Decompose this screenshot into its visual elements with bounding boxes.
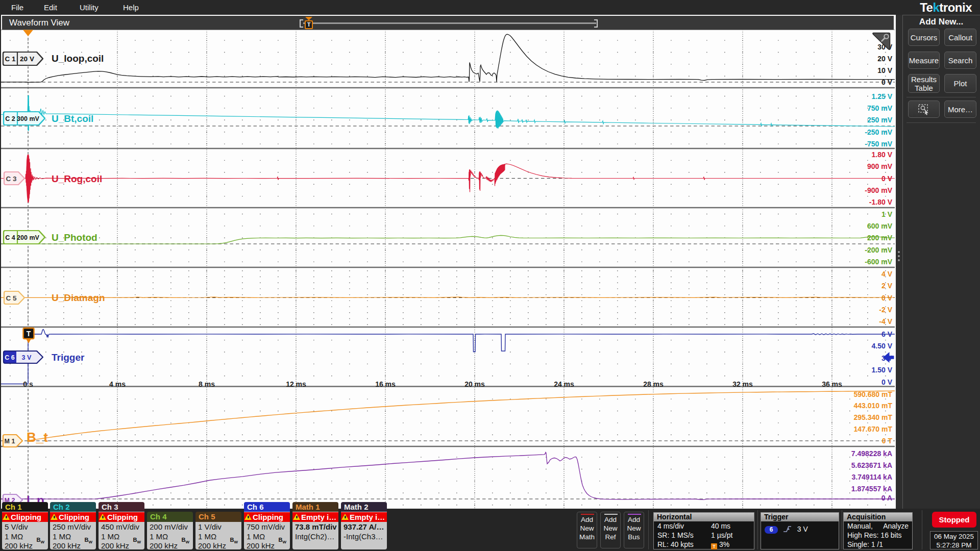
svg-text:200 mV: 200 mV [17, 234, 39, 241]
svg-text:C 5: C 5 [6, 294, 17, 302]
svg-text:C 4: C 4 [5, 234, 15, 241]
svg-text:M 1: M 1 [5, 438, 15, 445]
svg-text:-900 mV: -900 mV [865, 186, 892, 194]
svg-text:1.25 V: 1.25 V [872, 92, 893, 101]
svg-text:-1.80 V: -1.80 V [869, 198, 893, 206]
svg-text:36 ms: 36 ms [822, 380, 842, 388]
svg-text:B_t: B_t [27, 430, 48, 445]
svg-text:-600 mV: -600 mV [865, 258, 892, 266]
svg-text:C 3: C 3 [6, 175, 17, 183]
svg-text:20 V: 20 V [877, 55, 892, 63]
svg-text:443.010 mT: 443.010 mT [854, 402, 893, 410]
svg-text:U_Bt,coil: U_Bt,coil [52, 113, 93, 124]
svg-text:2 V: 2 V [881, 282, 893, 290]
svg-text:200 mV: 200 mV [867, 234, 893, 242]
svg-text:8 ms: 8 ms [199, 380, 215, 388]
svg-text:147.670 mT: 147.670 mT [854, 425, 893, 433]
svg-text:1.874557 kA: 1.874557 kA [851, 485, 892, 493]
svg-text:5.623671 kA: 5.623671 kA [851, 461, 892, 469]
svg-text:U_Rog,coil: U_Rog,coil [52, 173, 102, 184]
svg-text:T: T [27, 330, 31, 338]
svg-text:4.50 V: 4.50 V [872, 342, 893, 350]
svg-text:750 mV: 750 mV [867, 104, 893, 112]
svg-text:-750 mV: -750 mV [865, 140, 892, 148]
svg-text:295.340 mT: 295.340 mT [854, 413, 893, 421]
svg-text:300 mV: 300 mV [17, 115, 39, 122]
svg-text:590.680 mT: 590.680 mT [854, 390, 893, 398]
svg-text:3.749114 kA: 3.749114 kA [852, 473, 892, 481]
svg-text:1.50 V: 1.50 V [872, 366, 893, 374]
svg-text:900 mV: 900 mV [867, 162, 893, 170]
svg-text:U_loop,coil: U_loop,coil [52, 53, 104, 64]
svg-text:6 V: 6 V [881, 330, 893, 338]
svg-text:-4 V: -4 V [879, 317, 892, 325]
svg-text:C 6: C 6 [5, 354, 15, 361]
svg-text:7.498228 kA: 7.498228 kA [851, 449, 892, 458]
svg-text:U_Photod: U_Photod [52, 232, 97, 243]
svg-text:-200 mV: -200 mV [865, 246, 892, 254]
svg-text:4 ms: 4 ms [109, 380, 126, 388]
svg-text:4 V: 4 V [881, 270, 893, 278]
svg-text:-2 V: -2 V [879, 306, 892, 314]
svg-text:0 V: 0 V [881, 294, 893, 302]
svg-text:C 1: C 1 [5, 55, 16, 63]
svg-text:20 V: 20 V [20, 55, 34, 63]
svg-text:28 ms: 28 ms [643, 380, 664, 388]
svg-text:C 2: C 2 [5, 115, 15, 122]
svg-text:3 V: 3 V [22, 354, 32, 361]
svg-text:0 V: 0 V [881, 378, 893, 386]
svg-text:20 ms: 20 ms [464, 380, 485, 388]
svg-text:12 ms: 12 ms [286, 380, 306, 388]
svg-text:Trigger: Trigger [52, 352, 85, 363]
svg-text:32 ms: 32 ms [732, 380, 753, 388]
svg-text:0 V: 0 V [881, 78, 893, 86]
svg-text:24 ms: 24 ms [554, 380, 574, 388]
svg-text:1 V: 1 V [881, 210, 893, 218]
svg-text:10 V: 10 V [877, 66, 892, 74]
svg-text:0 V: 0 V [881, 174, 893, 183]
svg-text:250 mV: 250 mV [867, 116, 893, 124]
svg-text:0 A: 0 A [881, 494, 892, 502]
svg-text:0 s: 0 s [23, 380, 33, 388]
svg-text:0 T: 0 T [882, 437, 893, 445]
svg-text:16 ms: 16 ms [375, 380, 396, 388]
svg-text:1.80 V: 1.80 V [872, 151, 893, 159]
svg-text:600 mV: 600 mV [867, 222, 893, 230]
svg-text:-250 mV: -250 mV [865, 128, 892, 136]
svg-text:U_Diamagn: U_Diamagn [52, 292, 105, 303]
